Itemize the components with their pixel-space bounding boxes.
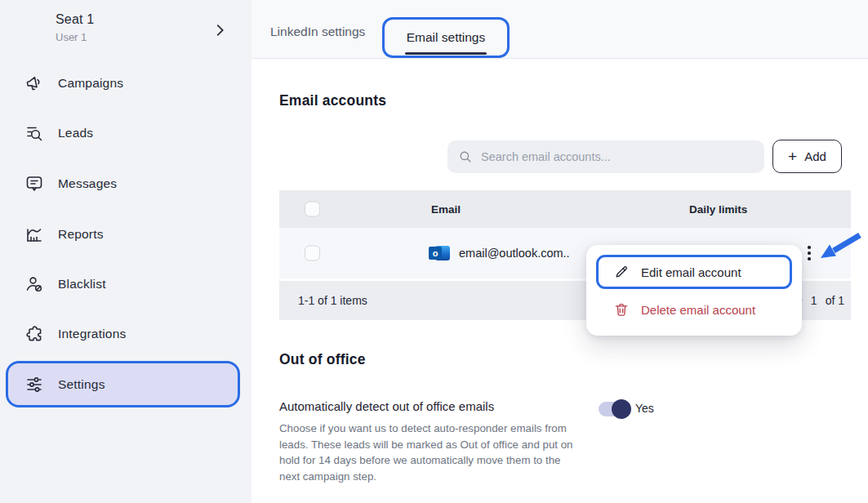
sidebar-item-label: Campaigns [58,76,123,91]
menu-item-edit-email-account[interactable]: Edit email account [599,257,790,287]
sidebar-item-settings[interactable]: Settings [24,372,105,398]
auto-detect-label: Automatically detect out of office email… [279,399,494,413]
menu-item-delete-email-account[interactable]: Delete email account [586,294,802,325]
sidebar-item-integrations[interactable]: Integrations [24,321,126,347]
outlook-icon: o [429,244,451,262]
email-accounts-heading: Email accounts [279,92,386,109]
add-email-account-button[interactable]: + Add [772,140,842,173]
chart-icon [24,225,44,244]
add-button-label: Add [804,149,826,163]
pagination-total: of 1 [826,294,844,307]
seat-title: Seat 1 [56,12,94,27]
megaphone-icon [24,73,44,93]
sidebar-item-reports[interactable]: Reports [24,221,104,247]
sliders-icon [24,375,44,394]
search-email-accounts[interactable] [447,140,764,173]
trash-icon [613,301,630,318]
seat-subtitle: User 1 [56,31,94,43]
row-email-address: email@outlook.com.. [459,247,570,260]
pencil-icon [613,264,630,280]
auto-detect-toggle[interactable] [599,402,629,416]
sidebar-item-campaigns[interactable]: Campaigns [24,70,123,96]
auto-detect-description: Choose if you want us to detect auto-res… [279,421,573,484]
puzzle-icon [24,324,44,344]
sidebar-item-label: Reports [58,227,104,242]
sidebar-item-label: Messages [58,176,117,191]
sidebar: Seat 1 User 1 Campaigns [0,0,251,503]
menu-item-label: Edit email account [641,265,741,279]
blocked-user-icon [24,274,44,294]
sidebar-item-leads[interactable]: Leads [24,120,93,146]
column-header-email: Email [431,203,461,216]
out-of-office-heading: Out of office [279,351,366,368]
pagination-current-page: 1 [811,294,817,307]
toggle-state-label: Yes [635,402,654,415]
toggle-knob [612,399,631,419]
tab-email-settings[interactable]: Email settings [407,30,485,44]
sidebar-item-label: Integrations [58,327,126,341]
menu-item-label: Delete email account [641,303,755,317]
sidebar-item-blacklist[interactable]: Blacklist [24,271,106,297]
row-actions-menu: Edit email account Delete email account [586,245,802,336]
sidebar-item-label: Blacklist [58,277,106,292]
annotation-arrow [813,231,864,264]
table-header-row: Email Daily limits [279,190,851,228]
chevron-right-icon[interactable] [211,21,229,39]
screen: Seat 1 User 1 Campaigns [0,0,868,503]
sidebar-item-label: Leads [58,126,93,140]
sidebar-item-messages[interactable]: Messages [24,171,117,197]
items-range-text: 1-1 of 1 items [298,294,367,307]
tab-linkedin-settings[interactable]: LinkedIn settings [270,24,365,39]
tab-email-settings-highlight[interactable]: Email settings [382,17,510,58]
edit-item-highlight: Edit email account [596,255,792,289]
plus-icon: + [788,149,797,164]
message-bubble-icon [24,174,44,194]
active-tab-underline [405,52,487,55]
select-all-checkbox[interactable] [305,202,320,217]
column-header-daily-limits: Daily limits [689,203,747,216]
search-input[interactable] [481,150,754,163]
row-checkbox[interactable] [305,246,320,261]
sidebar-item-label: Settings [58,377,105,392]
lead-search-icon [24,123,44,143]
seat-switcher[interactable]: Seat 1 User 1 [56,12,94,43]
search-icon [458,149,473,164]
